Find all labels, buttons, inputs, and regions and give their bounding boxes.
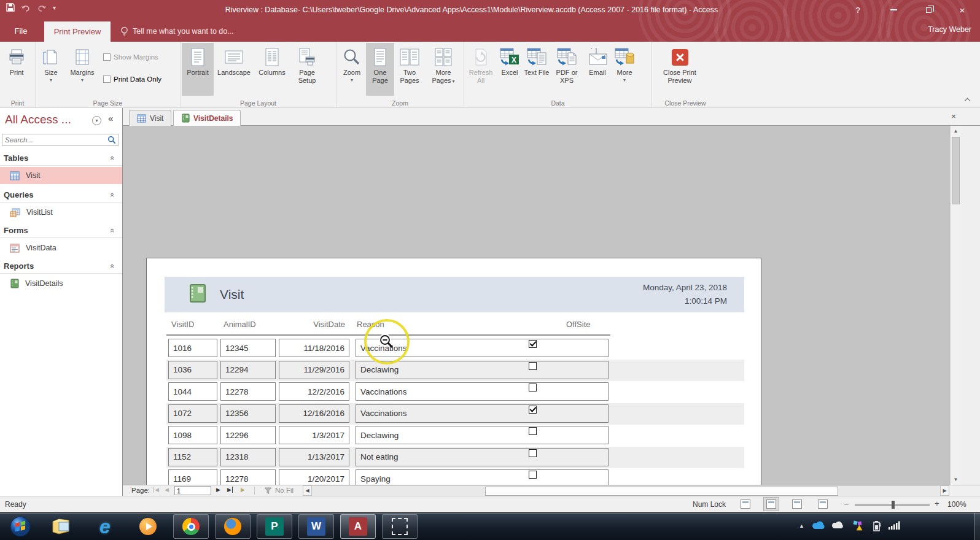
search-icon[interactable] bbox=[107, 136, 116, 144]
qat-customize-icon[interactable]: ▾ bbox=[53, 4, 56, 11]
zoom-level-label[interactable]: 100% bbox=[947, 500, 966, 509]
file-tab[interactable]: File bbox=[5, 20, 37, 42]
media-player-button[interactable] bbox=[130, 514, 166, 539]
collapse-section-icon: « bbox=[108, 156, 117, 160]
tell-me-box[interactable]: Tell me what you want to do... bbox=[120, 20, 234, 42]
queries-section-header[interactable]: Queries « bbox=[0, 188, 122, 202]
portrait-button[interactable]: Portrait bbox=[182, 43, 214, 96]
signed-in-user[interactable]: Tracy Weber bbox=[928, 25, 971, 34]
reports-section-header[interactable]: Reports « bbox=[0, 259, 122, 274]
internet-explorer-button[interactable]: e bbox=[87, 514, 123, 539]
scroll-down-icon[interactable]: ▼ bbox=[951, 477, 961, 482]
collapse-ribbon-icon[interactable] bbox=[965, 97, 970, 102]
firefox-button[interactable] bbox=[215, 514, 251, 539]
tables-section-header[interactable]: Tables « bbox=[0, 151, 122, 166]
word-button[interactable]: W bbox=[298, 514, 334, 539]
dropdown-arrow-icon: ▾ bbox=[81, 77, 84, 83]
zoom-label: Zoom bbox=[343, 69, 360, 77]
print-button[interactable]: Print bbox=[1, 43, 32, 96]
refresh-all-label: Refresh All bbox=[465, 69, 496, 85]
page-setup-button[interactable]: Page Setup bbox=[290, 43, 324, 96]
close-print-preview-button[interactable]: Close Print Preview bbox=[653, 43, 706, 96]
scroll-up-icon[interactable]: ▲ bbox=[951, 128, 961, 134]
vertical-scrollbar[interactable]: ▲ ▼ bbox=[950, 126, 960, 485]
reason-cell: Spaying bbox=[356, 469, 609, 485]
network-signal-icon[interactable] bbox=[888, 520, 900, 533]
save-icon[interactable] bbox=[6, 3, 15, 12]
notification-icon[interactable] bbox=[852, 520, 863, 533]
filter-status-label[interactable]: No Fil bbox=[275, 487, 294, 494]
onedrive-icon[interactable] bbox=[812, 520, 826, 533]
nav-item-visitdetails-report[interactable]: VisitDetails bbox=[0, 275, 122, 292]
tab-visitdetails[interactable]: VisitDetails bbox=[173, 110, 241, 126]
last-page-button[interactable]: ▶ bbox=[227, 487, 233, 493]
design-view-icon[interactable] bbox=[818, 500, 828, 509]
undo-icon bbox=[21, 4, 31, 12]
one-page-label: One Page bbox=[366, 69, 394, 85]
margins-button[interactable]: Margins ▾ bbox=[65, 43, 99, 96]
tab-visit[interactable]: Visit bbox=[129, 110, 171, 126]
magnifier-icon bbox=[342, 47, 362, 67]
document-area: Visit VisitDetails × Visit Monday, April… bbox=[123, 108, 980, 496]
pdf-xps-icon bbox=[556, 47, 577, 67]
zoom-button[interactable]: Zoom ▾ bbox=[338, 43, 366, 96]
zoom-slider-thumb[interactable] bbox=[892, 501, 895, 509]
email-button[interactable]: Email bbox=[583, 43, 612, 96]
print-preview-canvas[interactable]: Visit Monday, April 23, 2018 1:00:14 PM … bbox=[123, 126, 950, 485]
export-pdf-xps-button[interactable]: PDF or XPS bbox=[550, 43, 583, 96]
columns-button[interactable]: Columns bbox=[254, 43, 290, 96]
help-button[interactable]: ? bbox=[849, 2, 867, 17]
current-page-input[interactable] bbox=[174, 486, 211, 495]
report-view-icon[interactable] bbox=[741, 500, 750, 509]
two-pages-button[interactable]: Two Pages bbox=[394, 43, 425, 96]
publisher-button[interactable]: P bbox=[257, 514, 292, 539]
search-input[interactable] bbox=[2, 136, 107, 144]
nav-item-visitdata-form[interactable]: VisitData bbox=[0, 239, 122, 256]
next-page-button[interactable]: ▶ bbox=[216, 487, 220, 493]
battery-icon[interactable] bbox=[872, 520, 882, 534]
one-page-button[interactable]: One Page bbox=[366, 43, 394, 96]
zoom-in-button[interactable]: + bbox=[935, 499, 939, 508]
scrollbar-thumb[interactable] bbox=[952, 137, 960, 204]
hscroll-right-icon[interactable]: ▶ bbox=[940, 485, 949, 496]
export-excel-button[interactable]: X Excel bbox=[496, 43, 523, 96]
data-group-label: Data bbox=[464, 99, 651, 107]
horizontal-scrollbar[interactable] bbox=[312, 485, 940, 496]
hscrollbar-thumb[interactable] bbox=[485, 487, 838, 496]
column-header-offsite: OffSite bbox=[566, 320, 591, 329]
ribbon: Print Print Size ▾ Margins ▾ Show Margin… bbox=[0, 42, 980, 108]
close-document-icon[interactable]: × bbox=[948, 112, 959, 121]
size-button[interactable]: Size ▾ bbox=[37, 43, 65, 96]
file-explorer-button[interactable] bbox=[44, 514, 80, 539]
print-preview-tab[interactable]: Print Preview bbox=[44, 21, 111, 42]
chrome-button[interactable] bbox=[173, 514, 209, 539]
snipping-tool-button[interactable] bbox=[382, 514, 418, 539]
forms-section-header[interactable]: Forms « bbox=[0, 223, 122, 238]
close-button[interactable]: × bbox=[953, 2, 971, 17]
document-tab-bar: Visit VisitDetails × bbox=[123, 108, 980, 126]
cloud-icon[interactable] bbox=[831, 520, 845, 532]
nav-item-visit-table[interactable]: Visit bbox=[0, 167, 122, 184]
export-text-file-button[interactable]: Text File bbox=[523, 43, 550, 96]
nav-item-visitlist-query[interactable]: VisitList bbox=[0, 204, 122, 221]
hscroll-left-icon[interactable]: ◀ bbox=[303, 485, 312, 496]
show-desktop-button[interactable] bbox=[974, 513, 980, 540]
more-export-button[interactable]: More ▾ bbox=[612, 43, 637, 96]
shutter-bar-close-icon[interactable]: « bbox=[108, 113, 113, 123]
zoom-out-button[interactable]: − bbox=[844, 499, 849, 509]
restore-button[interactable] bbox=[919, 2, 938, 17]
start-button[interactable] bbox=[2, 514, 38, 539]
access-button[interactable]: A bbox=[340, 514, 376, 539]
email-icon bbox=[587, 48, 608, 66]
close-print-preview-label: Close Print Preview bbox=[653, 69, 706, 85]
tray-expand-icon[interactable]: ▲ bbox=[799, 523, 804, 529]
layout-view-icon[interactable] bbox=[792, 500, 802, 509]
nav-pane-menu-icon[interactable]: ▼ bbox=[92, 116, 101, 125]
minimize-button[interactable] bbox=[884, 2, 903, 17]
report-datetime: Monday, April 23, 2018 1:00:14 PM bbox=[643, 281, 727, 308]
landscape-button[interactable]: Landscape bbox=[214, 43, 254, 96]
print-preview-view-icon[interactable] bbox=[766, 500, 776, 509]
print-data-only-checkbox[interactable]: Print Data Only bbox=[103, 74, 161, 85]
more-pages-button[interactable]: More Pages▾ bbox=[425, 43, 462, 96]
report-page[interactable]: Visit Monday, April 23, 2018 1:00:14 PM … bbox=[146, 258, 761, 485]
